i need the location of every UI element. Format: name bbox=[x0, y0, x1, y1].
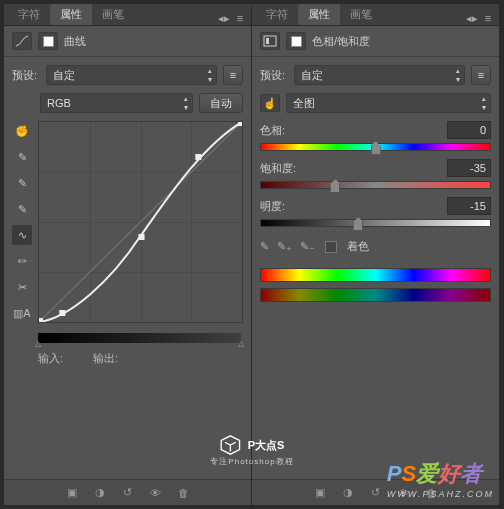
spectrum-in bbox=[260, 268, 491, 282]
trash-icon[interactable]: 🗑 bbox=[175, 487, 193, 499]
svg-rect-4 bbox=[195, 154, 201, 160]
colorize-label: 着色 bbox=[347, 239, 369, 254]
input-gradient[interactable]: △ △ bbox=[38, 333, 241, 343]
curves-panel: 字符 属性 画笔 ◂▸ ≡ 曲线 预设: 自定 ≡ RGB 自动 ✊ ✎ ✎ ✎… bbox=[4, 4, 252, 505]
view-previous-icon-r[interactable]: ◑ bbox=[339, 486, 357, 499]
reset-icon-r[interactable]: ↺ bbox=[367, 486, 385, 499]
preset-menu-button[interactable]: ≡ bbox=[223, 65, 243, 85]
clip-layer-icon-r[interactable]: ▣ bbox=[311, 486, 329, 499]
preset-label-r: 预设: bbox=[260, 68, 288, 83]
tab-brush-r[interactable]: 画笔 bbox=[340, 4, 382, 25]
preset-label: 预设: bbox=[12, 68, 40, 83]
curve-graph[interactable] bbox=[38, 121, 243, 323]
lightness-input[interactable]: -15 bbox=[447, 197, 491, 215]
sample-gray-icon[interactable]: ✎ bbox=[12, 173, 32, 193]
eyedropper-add-icon[interactable]: ✎₊ bbox=[277, 240, 292, 253]
eyedropper-sub-icon[interactable]: ✎₋ bbox=[300, 240, 315, 253]
panel-tabs: 字符 属性 画笔 ◂▸ ≡ bbox=[4, 4, 251, 26]
eyedropper-icon[interactable]: ✎ bbox=[260, 240, 269, 253]
visibility-icon[interactable]: 👁 bbox=[147, 487, 165, 499]
spectrum-out bbox=[260, 288, 491, 302]
svg-rect-3 bbox=[138, 234, 144, 240]
collapse-icon[interactable]: ◂▸ bbox=[217, 12, 231, 25]
svg-rect-2 bbox=[59, 310, 65, 316]
saturation-input[interactable]: -35 bbox=[447, 159, 491, 177]
panel-title: 曲线 bbox=[64, 34, 86, 49]
curves-icon bbox=[12, 32, 32, 50]
hue-slider[interactable] bbox=[260, 143, 491, 151]
brand-watermark: P大点S 专注Photoshop教程 bbox=[210, 434, 293, 467]
tab-properties[interactable]: 属性 bbox=[50, 4, 92, 25]
site-watermark: PS爱好者 WWW.PSAHZ.COM bbox=[387, 459, 494, 499]
preset-select[interactable]: 自定 bbox=[46, 65, 217, 85]
bottom-bar: ▣ ◑ ↺ 👁 🗑 bbox=[4, 479, 251, 505]
finger-tool-icon[interactable]: ☝ bbox=[260, 94, 280, 112]
svg-rect-7 bbox=[266, 38, 269, 44]
panel-tabs-right: 字符 属性 画笔 ◂▸ ≡ bbox=[252, 4, 499, 26]
panel-title-r: 色相/饱和度 bbox=[312, 34, 370, 49]
histogram-icon[interactable]: ▥A bbox=[12, 303, 32, 323]
output-label: 输出: bbox=[93, 352, 118, 364]
range-select[interactable]: 全图 bbox=[286, 93, 491, 113]
lightness-label: 明度: bbox=[260, 199, 285, 214]
saturation-slider[interactable] bbox=[260, 181, 491, 189]
svg-rect-6 bbox=[264, 36, 276, 46]
saturation-label: 饱和度: bbox=[260, 161, 296, 176]
mask-icon[interactable] bbox=[38, 32, 58, 50]
colorize-checkbox[interactable] bbox=[325, 241, 337, 253]
view-previous-icon[interactable]: ◑ bbox=[91, 486, 109, 499]
collapse-icon-r[interactable]: ◂▸ bbox=[465, 12, 479, 25]
tab-character-r[interactable]: 字符 bbox=[256, 4, 298, 25]
hue-saturation-panel: 字符 属性 画笔 ◂▸ ≡ 色相/饱和度 预设: 自定 ≡ ☝ 全图 色相: 0 bbox=[252, 4, 500, 505]
reset-icon[interactable]: ↺ bbox=[119, 486, 137, 499]
panel-header-r: 色相/饱和度 bbox=[252, 26, 499, 57]
mask-icon-r[interactable] bbox=[286, 32, 306, 50]
sample-black-icon[interactable]: ✎ bbox=[12, 199, 32, 219]
target-adjust-icon[interactable]: ✊ bbox=[12, 121, 32, 141]
panel-menu-icon[interactable]: ≡ bbox=[233, 12, 247, 25]
svg-rect-1 bbox=[39, 318, 43, 322]
auto-button[interactable]: 自动 bbox=[199, 93, 243, 113]
tab-properties-r[interactable]: 属性 bbox=[298, 4, 340, 25]
sample-white-icon[interactable]: ✎ bbox=[12, 147, 32, 167]
channel-select[interactable]: RGB bbox=[40, 93, 193, 113]
curves-toolbar: ✊ ✎ ✎ ✎ ∿ ✏ ✂ ▥A bbox=[12, 121, 32, 323]
panel-menu-icon-r[interactable]: ≡ bbox=[481, 12, 495, 25]
panel-header: 曲线 bbox=[4, 26, 251, 57]
svg-rect-5 bbox=[238, 122, 242, 126]
svg-line-0 bbox=[39, 122, 242, 322]
hsl-icon bbox=[260, 32, 280, 50]
clip-layer-icon[interactable]: ▣ bbox=[63, 486, 81, 499]
hue-label: 色相: bbox=[260, 123, 285, 138]
input-label: 输入: bbox=[38, 352, 63, 364]
tab-brush[interactable]: 画笔 bbox=[92, 4, 134, 25]
tab-character[interactable]: 字符 bbox=[8, 4, 50, 25]
preset-menu-button-r[interactable]: ≡ bbox=[471, 65, 491, 85]
hue-input[interactable]: 0 bbox=[447, 121, 491, 139]
curve-pencil-icon[interactable]: ✏ bbox=[12, 251, 32, 271]
lightness-slider[interactable] bbox=[260, 219, 491, 227]
curve-point-icon[interactable]: ∿ bbox=[12, 225, 32, 245]
clip-icon[interactable]: ✂ bbox=[12, 277, 32, 297]
preset-select-r[interactable]: 自定 bbox=[294, 65, 465, 85]
